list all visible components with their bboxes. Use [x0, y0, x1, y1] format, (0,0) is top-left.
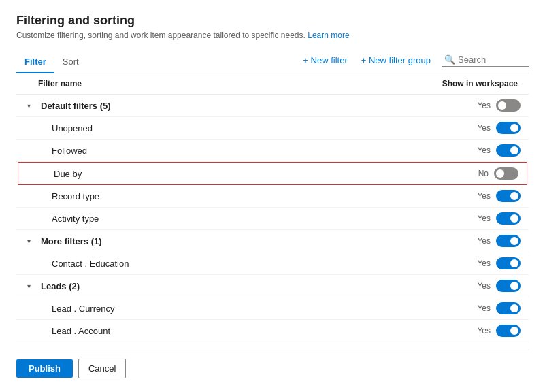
toggle-record-type[interactable] [496, 190, 521, 202]
filter-row-record-type: Record typeYes [16, 185, 529, 208]
filter-name-record-type: Record type [52, 191, 99, 201]
tab-filter[interactable]: Filter [16, 51, 54, 74]
toggle-activity-type[interactable] [496, 212, 521, 225]
cancel-button[interactable]: Cancel [78, 359, 126, 378]
filter-name-activity-type: Activity type [52, 214, 99, 224]
col-show-workspace-header: Show in workspace [442, 79, 518, 88]
filter-rows: ▾Default filters (5)YesUnopenedYesFollow… [16, 95, 529, 350]
filter-row-contact-education: Contact . EducationYes [16, 252, 529, 275]
filter-name-lead-account: Lead . Account [52, 326, 110, 336]
tab-sort[interactable]: Sort [54, 51, 87, 74]
table-header: Filter name Show in workspace [16, 74, 529, 95]
toggle-label-due-by: No [478, 169, 489, 178]
new-filter-button[interactable]: + New filter [300, 54, 350, 67]
filter-row-due-by: Due byNo [18, 162, 527, 185]
search-icon: 🔍 [444, 54, 455, 65]
chevron-icon-more-filters-group[interactable]: ▾ [27, 238, 37, 245]
toggle-label-unopened: Yes [477, 123, 491, 133]
chevron-icon-leads-group[interactable]: ▾ [27, 282, 37, 290]
toggle-label-leads-group: Yes [477, 281, 491, 291]
footer: Publish Cancel [16, 350, 529, 378]
filter-name-due-by: Due by [54, 169, 82, 179]
learn-more-link[interactable]: Learn more [308, 31, 349, 40]
toggle-label-activity-type: Yes [477, 214, 491, 223]
toggle-lead-account[interactable] [496, 325, 521, 337]
toggle-more-filters-group[interactable] [496, 235, 521, 247]
toggle-label-lead-account: Yes [477, 326, 491, 336]
toggle-label-followed: Yes [477, 146, 491, 155]
filter-row-more-filters-group: ▾More filters (1)Yes [16, 230, 529, 252]
toggle-due-by[interactable] [494, 167, 518, 180]
toggle-default-filters-group[interactable] [496, 99, 521, 112]
filter-name-lead-currency: Lead . Currency [52, 304, 115, 314]
toggle-label-contact-education: Yes [477, 259, 491, 268]
filter-row-default-filters-group: ▾Default filters (5)Yes [16, 95, 529, 117]
filter-name-followed: Followed [52, 146, 87, 156]
toggle-label-record-type: Yes [477, 191, 491, 201]
filter-name-leads-group: Leads (2) [41, 281, 80, 291]
filter-name-unopened: Unopened [52, 123, 93, 133]
chevron-icon-default-filters-group[interactable]: ▾ [27, 102, 37, 110]
search-input[interactable] [458, 54, 526, 65]
col-filter-name-header: Filter name [38, 79, 82, 88]
filter-row-activity-type: Activity typeYes [16, 208, 529, 230]
filter-name-default-filters-group: Default filters (5) [41, 101, 111, 111]
toggle-leads-group[interactable] [496, 280, 521, 292]
filter-row-followed: FollowedYes [16, 140, 529, 162]
page-subtitle: Customize filtering, sorting and work it… [16, 31, 529, 40]
toggle-label-default-filters-group: Yes [477, 101, 491, 110]
new-filter-group-button[interactable]: + New filter group [359, 54, 433, 67]
tabs-row: Filter Sort + New filter + New filter gr… [16, 51, 529, 74]
toggle-label-lead-currency: Yes [477, 304, 491, 313]
tabs-right: + New filter + New filter group 🔍 [300, 53, 529, 71]
filter-row-lead-account: Lead . AccountYes [16, 320, 529, 342]
publish-button[interactable]: Publish [16, 359, 73, 378]
tabs-left: Filter Sort [16, 51, 87, 73]
toggle-contact-education[interactable] [496, 257, 521, 270]
toggle-unopened[interactable] [496, 122, 521, 134]
filter-row-unopened: UnopenedYes [16, 117, 529, 140]
page-title: Filtering and sorting [16, 14, 529, 28]
filter-name-contact-education: Contact . Education [52, 259, 129, 269]
search-box: 🔍 [442, 53, 529, 67]
filter-row-leads-group: ▾Leads (2)Yes [16, 275, 529, 297]
toggle-label-more-filters-group: Yes [477, 236, 491, 246]
filter-row-lead-currency: Lead . CurrencyYes [16, 297, 529, 320]
toggle-followed[interactable] [496, 144, 521, 157]
toggle-lead-currency[interactable] [496, 302, 521, 314]
filter-name-more-filters-group: More filters (1) [41, 236, 102, 246]
